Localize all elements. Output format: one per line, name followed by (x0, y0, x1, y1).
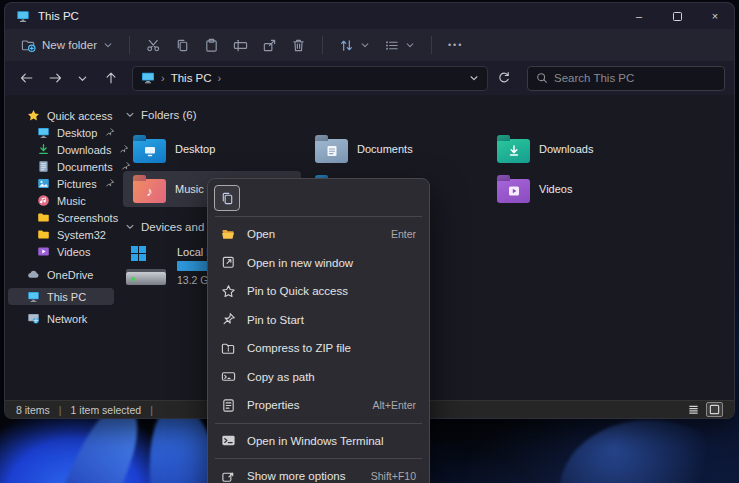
close-button[interactable]: × (696, 3, 734, 29)
menu-item-open-in-new-window[interactable]: Open in new window (212, 249, 425, 278)
documents-icon (37, 160, 50, 173)
sidebar-item-music[interactable]: Music (8, 192, 114, 209)
address-bar[interactable]: › This PC › (132, 66, 488, 91)
rename-icon (233, 38, 248, 53)
chevron-down-icon (103, 40, 113, 50)
sidebar-item-desktop[interactable]: Desktop (8, 124, 114, 141)
terminal-icon (221, 433, 236, 448)
sidebar-item-downloads[interactable]: Downloads (8, 141, 114, 158)
menu-item-properties[interactable]: Properties Alt+Enter (212, 391, 425, 420)
folder-label: Downloads (539, 143, 593, 155)
maximize-button[interactable] (658, 3, 696, 29)
context-menu-icon-row (212, 183, 425, 213)
rename-button[interactable] (227, 34, 254, 57)
see-more-button[interactable]: ••• (442, 36, 469, 54)
status-divider: | (59, 404, 62, 416)
recent-locations-button[interactable] (70, 66, 95, 91)
videos-icon (37, 245, 50, 258)
toolbar-divider (322, 36, 323, 54)
title-bar: This PC – × (5, 3, 734, 29)
sidebar-item-label: Downloads (57, 144, 111, 156)
toolbar-divider (129, 36, 130, 54)
window-title: This PC (38, 10, 79, 22)
pin-icon (104, 178, 115, 189)
toolbar-divider (431, 36, 432, 54)
sidebar-item-system32[interactable]: System32 (8, 226, 114, 243)
sidebar-item-documents[interactable]: Documents (8, 158, 114, 175)
menu-item-compress-to-zip[interactable]: Compress to ZIP file (212, 334, 425, 363)
address-dropdown-icon[interactable] (469, 73, 479, 83)
back-button[interactable] (14, 66, 39, 91)
back-icon (20, 71, 34, 85)
folder-icon (37, 211, 50, 224)
details-view-icon (688, 404, 699, 415)
folder-tile-documents[interactable]: Documents (305, 131, 483, 167)
section-title: Folders (6) (141, 109, 197, 121)
copy-button[interactable] (169, 34, 196, 57)
sort-icon (339, 38, 354, 53)
sidebar-item-onedrive[interactable]: OneDrive (8, 266, 114, 283)
sidebar-item-pictures[interactable]: Pictures (8, 175, 114, 192)
documents-folder-icon (315, 139, 348, 163)
sort-button[interactable] (333, 34, 376, 57)
this-pc-icon (16, 9, 30, 23)
menu-item-pin-to-quick-access[interactable]: Pin to Quick access (212, 277, 425, 306)
folders-section-header[interactable]: Folders (6) (125, 107, 726, 123)
paste-button[interactable] (198, 34, 225, 57)
details-view-button[interactable] (685, 402, 702, 417)
music-icon (37, 194, 50, 207)
menu-item-open-in-windows-terminal[interactable]: Open in Windows Terminal (212, 427, 425, 456)
close-icon: × (712, 10, 718, 22)
folder-label: Documents (357, 143, 413, 155)
cut-button[interactable] (140, 34, 167, 57)
zip-folder-icon (221, 341, 236, 356)
sidebar-item-label: Desktop (57, 127, 97, 139)
cut-icon (146, 38, 161, 53)
folder-icon (37, 228, 50, 241)
status-divider: | (150, 404, 153, 416)
folder-label: Music (175, 183, 204, 195)
new-folder-button[interactable]: New folder (15, 34, 119, 57)
folder-tile-desktop[interactable]: Desktop (123, 131, 301, 167)
minimize-button[interactable]: – (620, 3, 658, 29)
chevron-down-icon (405, 40, 415, 50)
share-icon (262, 38, 277, 53)
star-outline-icon (221, 284, 236, 299)
copy-button[interactable] (214, 185, 240, 211)
breadcrumb-location[interactable]: This PC (171, 72, 212, 84)
up-icon (104, 71, 118, 85)
windows-logo-icon (131, 246, 146, 261)
forward-button[interactable] (42, 66, 67, 91)
sidebar-item-network[interactable]: Network (8, 310, 114, 327)
delete-button[interactable] (285, 34, 312, 57)
large-icons-view-icon (709, 404, 720, 415)
sidebar-item-label: Quick access (47, 110, 112, 122)
downloads-folder-icon (497, 139, 530, 163)
sidebar-item-screenshots[interactable]: Screenshots (8, 209, 114, 226)
large-icons-view-button[interactable] (706, 402, 723, 417)
open-folder-icon (221, 227, 236, 242)
folder-tile-downloads[interactable]: Downloads (487, 131, 665, 167)
onedrive-icon (27, 268, 40, 281)
menu-item-show-more-options[interactable]: Show more options Shift+F10 (212, 462, 425, 483)
up-button[interactable] (98, 66, 123, 91)
search-input[interactable] (554, 72, 716, 84)
menu-separator (215, 423, 422, 424)
context-menu: Open Enter Open in new window Pin to Qui… (207, 178, 430, 483)
sidebar-item-quick-access[interactable]: Quick access (8, 107, 114, 124)
menu-item-open[interactable]: Open Enter (212, 220, 425, 249)
share-button[interactable] (256, 34, 283, 57)
menu-item-pin-to-start[interactable]: Pin to Start (212, 306, 425, 335)
sidebar-item-this-pc[interactable]: This PC (8, 288, 114, 305)
sidebar-item-label: Music (57, 195, 86, 207)
copy-path-icon (221, 369, 236, 384)
breadcrumb-chevron[interactable]: › (218, 72, 222, 84)
refresh-button[interactable] (491, 66, 517, 91)
folder-tile-videos[interactable]: Videos (487, 171, 665, 207)
menu-separator (215, 458, 422, 459)
command-bar: New folder (5, 29, 734, 61)
menu-item-copy-as-path[interactable]: Copy as path (212, 363, 425, 392)
sidebar-item-videos[interactable]: Videos (8, 243, 114, 260)
new-folder-label: New folder (42, 39, 97, 51)
view-button[interactable] (378, 34, 421, 57)
